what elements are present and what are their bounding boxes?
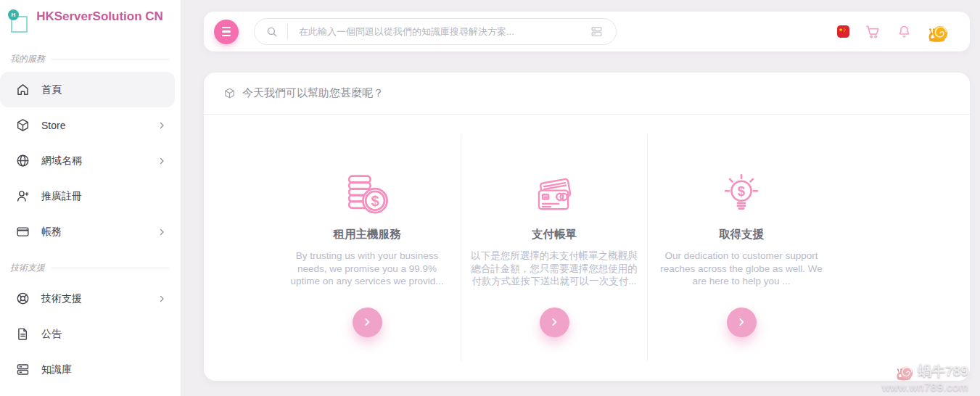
brand-logo[interactable]: H HKServerSolution CN [0, 0, 181, 34]
panel-order-hosting[interactable]: $ 租用主機服務 By trusting us with your busine… [273, 135, 461, 361]
hamburger-icon [222, 27, 231, 36]
panel-title: 支付帳單 [532, 227, 577, 242]
brand-logo-icon: H [9, 9, 29, 34]
snail-avatar-icon [927, 21, 950, 43]
sidebar-section-support: 技術支援 [10, 262, 169, 274]
notifications-button[interactable] [897, 24, 912, 39]
help-card: 今天我們可以幫助您甚麼呢？ $ 租用主機服務 By trusting us wi… [204, 73, 970, 381]
panel-pay-invoices[interactable]: 支付帳單 以下是您所選擇的未支付帳單之概觀與總合計金額，您只需要選擇您想使用的付… [461, 135, 648, 361]
sidebar-item-label: 公告 [41, 328, 62, 341]
support-bulb-icon: $ [720, 171, 762, 215]
menu-toggle-button[interactable] [214, 20, 239, 44]
chevron-right-icon [157, 121, 166, 130]
section-divider [52, 268, 169, 268]
section-label-text: 我的服務 [10, 53, 45, 65]
pay-invoices-arrow-button[interactable] [540, 308, 569, 337]
sidebar-item-knowledgebase[interactable]: 知識庫 [0, 352, 175, 387]
chevron-right-icon [157, 294, 166, 303]
topbar-actions [837, 21, 950, 43]
credit-card-icon [15, 224, 30, 239]
section-divider [52, 59, 169, 59]
svg-text:$: $ [738, 183, 746, 199]
order-hosting-arrow-button[interactable] [353, 308, 382, 337]
client-portal-page: H HKServerSolution CN 我的服務 首頁 Store [0, 0, 980, 396]
panel-description: Our dedication to customer support reach… [657, 249, 825, 288]
cart-button[interactable] [865, 23, 881, 40]
knowledgebase-icon [15, 362, 30, 377]
sidebar-item-announcements[interactable]: 公告 [0, 316, 175, 352]
sidebar-item-store[interactable]: Store [0, 107, 175, 143]
globe-icon [15, 153, 30, 168]
sidebar-item-support[interactable]: 技術支援 [0, 281, 175, 316]
sidebar-item-label: 網域名稱 [41, 154, 82, 168]
sidebar-item-label: 知識庫 [41, 363, 72, 376]
chevron-right-icon [736, 317, 746, 327]
user-plus-icon [15, 189, 30, 204]
chevron-right-icon [157, 157, 166, 165]
coins-dollar-icon: $ [345, 171, 390, 215]
topbar [204, 12, 970, 51]
panel-title: 取得支援 [719, 227, 764, 242]
bell-icon [897, 24, 912, 39]
language-selector-button[interactable] [837, 25, 849, 38]
sidebar-item-label: 首頁 [41, 83, 62, 96]
box-icon [15, 117, 30, 133]
announcement-icon [15, 326, 30, 342]
life-buoy-icon [15, 291, 30, 306]
brand-name: HKServerSolution CN [29, 9, 173, 25]
section-label-text: 技術支援 [10, 262, 45, 274]
panel-description: By trusting us with your business needs,… [283, 249, 451, 288]
search-icon [265, 25, 279, 38]
shopping-cart-icon [865, 23, 881, 40]
sidebar-item-billing[interactable]: 帳務 [0, 214, 175, 249]
home-icon [15, 82, 30, 97]
panel-title: 租用主機服務 [334, 227, 401, 242]
sidebar-item-label: 技術支援 [41, 292, 82, 305]
sidebar: H HKServerSolution CN 我的服務 首頁 Store [0, 0, 181, 396]
china-flag-icon [837, 25, 849, 38]
sidebar-section-my-services: 我的服務 [10, 53, 169, 65]
knowledgebase-search [254, 18, 617, 45]
chevron-right-icon [549, 317, 559, 327]
watermark-line2: www.wn789.com [882, 381, 968, 393]
get-support-arrow-button[interactable] [727, 308, 757, 337]
sidebar-item-label: 推廣註冊 [41, 190, 82, 203]
help-heading: 今天我們可以幫助您甚麼呢？ [242, 86, 384, 100]
cube-icon [223, 87, 236, 99]
svg-text:$: $ [371, 193, 379, 209]
search-input[interactable] [297, 25, 590, 38]
sidebar-item-affiliates[interactable]: 推廣註冊 [0, 178, 175, 214]
sidebar-item-label: 帳務 [41, 226, 62, 239]
chevron-right-icon [362, 317, 372, 327]
search-divider [287, 24, 288, 39]
sidebar-item-domains[interactable]: 網域名稱 [0, 143, 175, 178]
knowledgebase-stack-icon [590, 25, 604, 38]
help-columns: $ 租用主機服務 By trusting us with your busine… [273, 115, 835, 381]
logo-circle-letter: H [8, 9, 19, 20]
panel-get-support[interactable]: $ 取得支援 Our dedication to customer suppor… [648, 135, 835, 361]
user-avatar[interactable] [927, 21, 950, 43]
chevron-right-icon [157, 228, 166, 236]
sidebar-item-home[interactable]: 首頁 [0, 72, 175, 107]
sidebar-item-label: Store [41, 120, 65, 131]
panel-description: 以下是您所選擇的未支付帳單之概觀與總合計金額，您只需要選擇您想使用的付款方式並按… [470, 249, 638, 288]
payment-cards-icon [531, 171, 577, 215]
help-card-header: 今天我們可以幫助您甚麼呢？ [204, 73, 970, 115]
